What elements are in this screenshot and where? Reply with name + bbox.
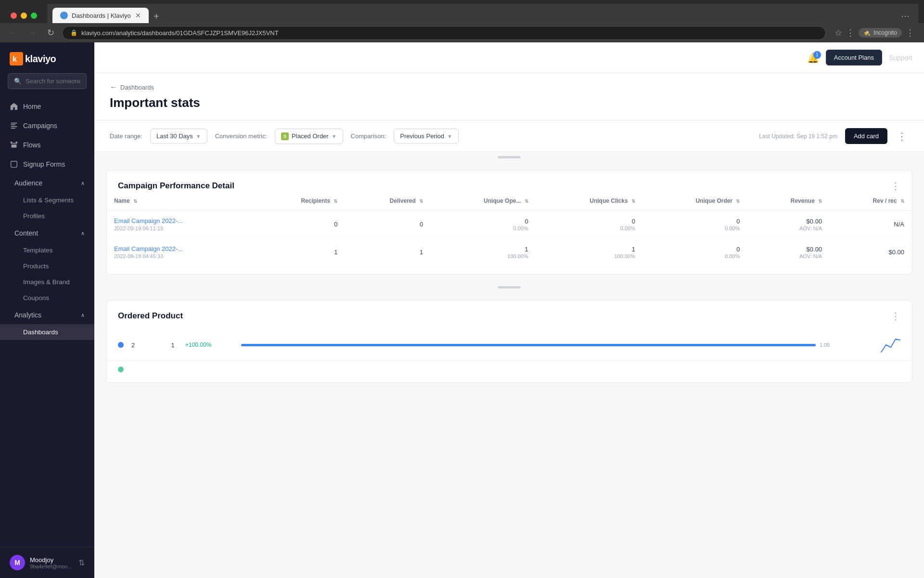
sidebar-item-products[interactable]: Products (0, 258, 94, 274)
chrome-menu-icon[interactable]: ⋮ (906, 27, 914, 38)
conversion-metric-select[interactable]: S Placed Order ▼ (275, 129, 343, 144)
content-chevron-icon: ∧ (81, 230, 85, 236)
campaign-name-link[interactable]: Email Campaign 2022-... (114, 217, 246, 224)
campaign-name-cell: Email Campaign 2022-... 2022-09-19 04:45… (106, 238, 254, 266)
col-unique-orders[interactable]: Unique Order ⇅ (643, 192, 747, 210)
notification-badge: 1 (813, 51, 821, 59)
incognito-label: Incognito (873, 29, 897, 36)
sidebar-item-lists-segments[interactable]: Lists & Segments (0, 192, 94, 208)
sidebar-item-flows[interactable]: Flows (0, 135, 94, 155)
reload-button[interactable]: ↻ (44, 26, 57, 40)
breadcrumb-link[interactable]: ← Dashboards (110, 83, 154, 92)
new-tab-button[interactable]: + (149, 11, 164, 22)
close-window-button[interactable] (11, 13, 17, 19)
signup-forms-icon (10, 160, 18, 169)
user-menu-toggle[interactable]: ⇅ (78, 558, 85, 567)
conversion-metric-value: Placed Order (292, 132, 329, 140)
maximize-window-button[interactable] (31, 13, 37, 19)
sort-clicks-icon: ⇅ (631, 198, 635, 204)
products-label: Products (23, 263, 49, 270)
col-unique-opens[interactable]: Unique Ope... ⇅ (431, 192, 536, 210)
more-options-button[interactable]: ⋮ (895, 129, 909, 144)
back-button[interactable]: ← (6, 26, 20, 40)
recipients-cell: 1 (254, 238, 345, 266)
sidebar-item-home[interactable]: Home (0, 97, 94, 116)
comparison-select[interactable]: Previous Period ▼ (394, 129, 459, 144)
product-bar-fill-1 (241, 344, 816, 346)
col-unique-clicks[interactable]: Unique Clicks ⇅ (536, 192, 643, 210)
search-input[interactable] (26, 78, 80, 85)
col-recipients[interactable]: Recipients ⇅ (254, 192, 345, 210)
campaign-card-menu-button[interactable]: ⋮ (891, 180, 900, 192)
sidebar-item-dashboards[interactable]: Dashboards (0, 324, 94, 340)
scroll-handle (498, 156, 521, 158)
account-plans-button[interactable]: Account Plans (826, 50, 882, 66)
search-bar[interactable]: 🔍 (8, 73, 87, 89)
col-revenue[interactable]: Revenue ⇅ (747, 192, 830, 210)
card-header: Campaign Performance Detail ⋮ (106, 171, 912, 192)
sidebar-item-campaigns-label: Campaigns (23, 122, 57, 130)
breadcrumb-text: Dashboards (120, 84, 154, 91)
sidebar-item-coupons[interactable]: Coupons (0, 290, 94, 306)
campaigns-icon (10, 121, 18, 130)
ordered-product-card: Ordered Product ⋮ 2 1 +100.00% (106, 300, 912, 383)
svg-text:k: k (13, 55, 17, 63)
comparison-value: Previous Period (400, 132, 444, 140)
content-label: Content (14, 229, 38, 237)
main-content: 🔔 1 Account Plans Support ← Dashboards I… (94, 42, 924, 578)
analytics-label: Analytics (14, 311, 41, 319)
col-name[interactable]: Name ⇅ (106, 192, 254, 210)
sidebar-item-home-label: Home (23, 103, 41, 110)
ordered-product-card-menu-button[interactable]: ⋮ (891, 310, 900, 322)
col-delivered[interactable]: Delivered ⇅ (345, 192, 431, 210)
campaign-table-wrapper: Name ⇅ Recipients ⇅ Delivered ⇅ (106, 192, 912, 274)
add-card-button[interactable]: Add card (845, 128, 887, 144)
conversion-metric-dropdown-icon: ▼ (332, 133, 337, 139)
forward-button[interactable]: → (25, 26, 39, 40)
campaign-name-link[interactable]: Email Campaign 2022-... (114, 245, 246, 252)
analytics-chevron-icon: ∧ (81, 312, 85, 318)
audience-section-header[interactable]: Audience ∧ (0, 174, 94, 192)
audience-label: Audience (14, 179, 42, 187)
content-area: Campaign Performance Detail ⋮ Name ⇅ (94, 152, 924, 578)
sidebar-item-signup-forms[interactable]: Signup Forms (0, 155, 94, 174)
conversion-metric-label: Conversion metric: (215, 132, 267, 140)
audience-chevron-icon: ∧ (81, 180, 85, 186)
sidebar-item-profiles[interactable]: Profiles (0, 208, 94, 224)
product-dot-2 (118, 367, 124, 372)
date-range-select[interactable]: Last 30 Days ▼ (150, 129, 207, 144)
rev-rec-cell: N/A (830, 210, 912, 238)
browser-menu-icon[interactable]: ⋮ (846, 27, 855, 38)
notifications-button[interactable]: 🔔 1 (807, 52, 819, 64)
content-section-header[interactable]: Content ∧ (0, 224, 94, 242)
flows-icon (10, 141, 18, 149)
tab-favicon (60, 12, 68, 19)
campaign-name-cell: Email Campaign 2022-... 2022-09-19 06:11… (106, 210, 254, 238)
product-change-1: +100.00% (185, 342, 233, 348)
revenue-cell: $0.00 AOV: N/A (747, 238, 830, 266)
table-row: Email Campaign 2022-... 2022-09-19 06:11… (106, 210, 912, 238)
sidebar: k klaviyo 🔍 Home Campaigns Flow (0, 42, 94, 578)
bookmark-icon[interactable]: ☆ (834, 27, 842, 38)
active-tab[interactable]: Dashboards | Klaviyo ✕ (52, 8, 149, 23)
address-bar[interactable]: 🔒 klaviyo.com/analytics/dashboards/01GDA… (62, 26, 826, 40)
page-title: Important stats (110, 95, 909, 120)
top-bar-right: 🔔 1 Account Plans Support (807, 50, 912, 66)
analytics-section-header[interactable]: Analytics ∧ (0, 306, 94, 324)
coupons-label: Coupons (23, 294, 49, 302)
url-text: klaviyo.com/analytics/dashboards/01GDASF… (81, 29, 279, 37)
sidebar-item-images-brand[interactable]: Images & Brand (0, 274, 94, 290)
sidebar-item-campaigns[interactable]: Campaigns (0, 116, 94, 135)
sidebar-item-templates[interactable]: Templates (0, 242, 94, 258)
templates-label: Templates (23, 247, 53, 254)
minimize-window-button[interactable] (21, 13, 27, 19)
campaign-date: 2022-09-19 06:11:19 (114, 225, 246, 231)
sidebar-item-signup-forms-label: Signup Forms (23, 160, 65, 168)
delivered-cell: 1 (345, 238, 431, 266)
tab-close-button[interactable]: ✕ (135, 12, 141, 19)
unique-orders-cell: 0 0.00% (643, 210, 747, 238)
support-button[interactable]: Support (889, 54, 912, 62)
table-row: Email Campaign 2022-... 2022-09-19 04:45… (106, 238, 912, 266)
shopify-icon: S (281, 132, 289, 140)
col-rev-rec[interactable]: Rev / rec ⇅ (830, 192, 912, 210)
